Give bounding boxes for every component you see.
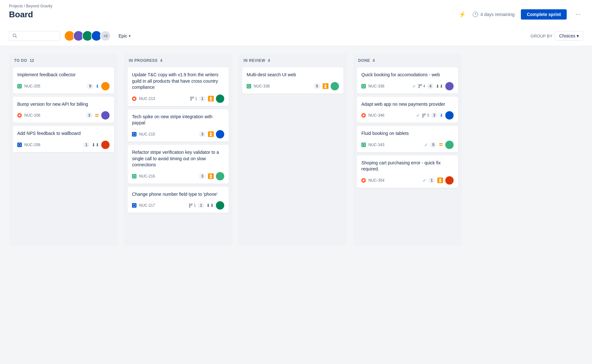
- bug-icon: [17, 113, 22, 118]
- svg-point-11: [422, 114, 423, 115]
- branch-meta: 4: [418, 84, 425, 88]
- epic-label: Epic: [119, 33, 127, 38]
- column-count: 4: [373, 58, 375, 63]
- chevron-down-icon: ▾: [577, 33, 579, 38]
- avatar-group[interactable]: +3: [64, 30, 111, 41]
- issue-id: NUC-216: [139, 174, 155, 178]
- card-footer: NUC-215 3 ⏫: [132, 130, 224, 138]
- sprint-info: ⚡ 🕐 4 days remaining Complete sprint ···: [459, 9, 583, 20]
- avatar: [216, 130, 224, 138]
- avatar: [331, 82, 339, 90]
- group-by-label: GROUP BY: [530, 34, 552, 38]
- card-footer: NUC-217 1 1 ⬇⬇: [132, 201, 224, 210]
- svg-point-12: [424, 114, 425, 115]
- svg-point-8: [418, 84, 419, 85]
- card-title: Adapt web app no new payments provider: [361, 101, 454, 108]
- svg-point-4: [190, 99, 191, 100]
- card-title: Tech spike on new stripe integration wit…: [132, 114, 224, 126]
- story-points: 9: [87, 83, 94, 89]
- column-header: DONE 4: [357, 58, 458, 63]
- column-count: 4: [160, 58, 162, 63]
- chevron-down-icon: ▾: [129, 34, 131, 38]
- board: TO DO 12 Implement feedback collector NU…: [0, 46, 592, 254]
- card-meta: NUC-346: [361, 113, 384, 118]
- card-title: Fluid booking on tablets: [361, 130, 454, 137]
- svg-point-9: [421, 84, 422, 85]
- card-footer: NUC-346 ✓ 3 3 ⬇: [361, 111, 454, 120]
- column-header: IN REVIEW 4: [242, 58, 343, 63]
- page-title: Board: [9, 10, 52, 20]
- story-points: 1: [199, 96, 206, 102]
- epic-dropdown[interactable]: Epic ▾: [115, 31, 135, 40]
- card-title: Quick booking for accomodations - web: [361, 72, 454, 78]
- card[interactable]: Change phone number field type to 'phone…: [127, 187, 229, 213]
- column-count: 12: [30, 58, 34, 63]
- card[interactable]: Quick booking for accomodations - web NU…: [357, 67, 458, 94]
- card-meta: NUC-205: [17, 84, 40, 88]
- story-icon: [17, 84, 22, 88]
- story-points: 5: [314, 83, 320, 89]
- story-points: 1: [428, 178, 435, 183]
- search-input[interactable]: [19, 34, 57, 38]
- card[interactable]: Add NPS feedback to wallboard NUC-208 1 …: [13, 126, 114, 152]
- toolbar-left: +3 Epic ▾: [9, 30, 135, 41]
- branch-meta: 3: [422, 113, 429, 118]
- card-footer: NUC-208 1 ⬇⬇: [17, 141, 110, 149]
- more-options-button[interactable]: ···: [573, 10, 583, 19]
- svg-point-6: [191, 204, 192, 205]
- branch-meta: 1: [189, 203, 196, 208]
- avatar: [216, 95, 224, 103]
- complete-sprint-button[interactable]: Complete sprint: [521, 9, 567, 20]
- card-footer: NUC-216 3 ⏫: [132, 172, 224, 180]
- column-title: TO DO: [14, 58, 27, 63]
- days-remaining: 🕐 4 days remaining: [472, 11, 515, 17]
- check-icon: ✓: [423, 178, 426, 183]
- card-title: Change phone number field type to 'phone…: [132, 191, 224, 198]
- svg-point-13: [422, 116, 423, 117]
- card[interactable]: Implement feedback collector NUC-205 9 ⬇: [13, 67, 114, 94]
- bug-icon: [132, 96, 136, 101]
- avatar: [445, 111, 454, 120]
- avatar: [101, 111, 110, 120]
- bug-icon: [361, 113, 366, 118]
- column-title: IN REVIEW: [243, 58, 265, 63]
- card[interactable]: Tech spike on new stripe integration wit…: [127, 109, 229, 142]
- avatar-more[interactable]: +3: [100, 30, 111, 41]
- choices-dropdown[interactable]: Choices ▾: [555, 31, 583, 41]
- check-icon: ✓: [424, 142, 428, 147]
- card-title: Refactor stripe verification key validat…: [132, 149, 224, 168]
- card-title: Shoping cart purchasing error - quick fi…: [361, 160, 454, 172]
- card-title: Add NPS feedback to wallboard: [17, 130, 110, 137]
- column-title: DONE: [358, 58, 370, 63]
- issue-id: NUC-206: [24, 113, 40, 118]
- card-meta: NUC-343: [361, 143, 384, 147]
- svg-point-10: [418, 87, 419, 88]
- card-footer: NUC-336 ✓ 4 4 ⬇⬇: [361, 82, 454, 90]
- card[interactable]: Bump version for new API for billing NUC…: [13, 97, 114, 123]
- card[interactable]: Adapt web app no new payments provider N…: [357, 97, 458, 123]
- avatar: [445, 176, 454, 185]
- card[interactable]: Multi-dest search UI web NUC-338 5 ⏫: [242, 67, 343, 94]
- card-meta: NUC-354: [361, 178, 384, 183]
- card-footer: NUC-343 ✓ 5 〓: [361, 141, 454, 149]
- breadcrumb: Projects / Beyond Gravity: [9, 4, 52, 8]
- card[interactable]: Update T&C copy with v1.9 from the write…: [127, 67, 229, 106]
- card[interactable]: Shoping cart purchasing error - quick fi…: [357, 155, 458, 188]
- card-title: Multi-dest search UI web: [247, 72, 339, 78]
- card-meta: NUC-208: [17, 143, 40, 147]
- card-meta: NUC-206: [17, 113, 40, 118]
- task-icon: [17, 143, 22, 147]
- column-inreview: IN REVIEW 4 Multi-dest search UI web NUC…: [238, 54, 347, 246]
- story-points: 1: [198, 203, 204, 208]
- issue-id: NUC-217: [139, 203, 155, 208]
- story-points: 3: [199, 173, 206, 179]
- story-points: 5: [430, 142, 437, 148]
- story-icon: [132, 174, 136, 178]
- search-icon: [12, 33, 17, 39]
- check-icon: ✓: [412, 84, 416, 89]
- card-title: Bump version for new API for billing: [17, 101, 110, 108]
- card[interactable]: Fluid booking on tablets NUC-343 ✓ 5 〓: [357, 126, 458, 152]
- choices-label: Choices: [559, 33, 575, 38]
- card[interactable]: Refactor stripe verification key validat…: [127, 145, 229, 184]
- search-box[interactable]: [9, 31, 60, 41]
